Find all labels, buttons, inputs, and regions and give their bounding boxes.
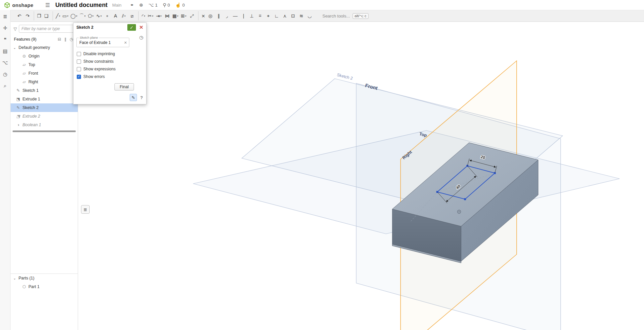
midpoint-constraint[interactable]: ⌖ (264, 11, 273, 20)
chevron-down-icon: ▾ (177, 15, 178, 18)
list-icon: ≣ (84, 207, 87, 212)
followers-button[interactable]: ⚲ 0 (163, 2, 170, 8)
branches-button[interactable]: ⌥ 1 (149, 2, 157, 8)
feature-label: Extrude 2 (22, 114, 40, 119)
main-menu-icon[interactable]: ☰ (45, 2, 50, 8)
sketch-toolbar: ↶ ↷ ❐ ❏ ╱ ▾ ▭ ▾ ◯ ▾ ⌒ ▾ (11, 10, 644, 22)
arc-tool[interactable]: ⌒ ▾ (78, 11, 87, 20)
checkbox[interactable] (77, 52, 81, 56)
cancel-button[interactable]: ✕ (138, 24, 144, 30)
help-button[interactable]: ? (140, 95, 143, 100)
onshape-logo-text: onshape (12, 2, 33, 8)
disable-imprinting-checkbox[interactable]: Disable imprinting (77, 52, 143, 56)
pattern-tool[interactable]: ▦ ▾ (171, 11, 180, 20)
share-link-button[interactable]: ⚭ (130, 2, 134, 8)
accept-button[interactable]: ✓ (127, 24, 136, 31)
sketch-dialog-header[interactable]: Sketch 2 ✓ ✕ (73, 23, 146, 32)
filter-input[interactable] (19, 25, 75, 33)
horizontal-constraint[interactable]: — (231, 11, 239, 20)
show-constraints-checkbox[interactable]: Show constraints (77, 59, 143, 64)
final-button[interactable]: Final (114, 83, 134, 91)
tool-icon: ❐ (37, 14, 41, 18)
tangent-constraint[interactable]: ◞ (223, 11, 231, 20)
polygon-tool[interactable]: ⬠ ▾ (87, 11, 95, 20)
feature-list-flyout-button[interactable]: ≣ (81, 205, 90, 214)
feature-history-button[interactable]: ◷ (139, 35, 143, 40)
filter-funnel-icon: ▽ (14, 26, 17, 31)
spline-tool[interactable]: ∿ ▾ (95, 11, 103, 20)
checkbox[interactable] (77, 59, 81, 64)
coincident-constraint[interactable]: ⨯ (198, 11, 206, 20)
feature-label: Right (28, 80, 38, 84)
parallel-constraint[interactable]: ∥ (215, 11, 223, 20)
tool-icon: ⊞ (181, 14, 185, 18)
fillet-tool[interactable]: ◜ ▾ (138, 11, 147, 20)
normal-constraint[interactable]: ∟ (273, 11, 281, 20)
onshape-logo[interactable]: onshape (4, 2, 33, 8)
public-visibility-button[interactable]: ⊕ (139, 2, 143, 8)
insert-rail-icon[interactable]: ✛ (1, 24, 9, 32)
workspace-label[interactable]: Main (112, 3, 121, 8)
search-tools-button[interactable]: Search tools... alt/⌥ c (322, 13, 368, 19)
parts-header[interactable]: ⌄ Parts (1) (11, 274, 78, 282)
trim-tool[interactable]: ✂ ▾ (147, 11, 155, 20)
rectangle-tool[interactable]: ▭ ▾ (61, 11, 69, 20)
history-rail-icon[interactable]: ◷ (1, 70, 9, 78)
copy-button[interactable]: ❐ (34, 11, 42, 20)
feature-history-icon[interactable]: ◷ (70, 37, 73, 42)
curvature-constraint[interactable]: ≋ (297, 11, 306, 20)
checkbox[interactable]: ✓ (77, 75, 81, 79)
mirror-tool[interactable]: ⋈ (163, 11, 171, 20)
feature-item-default-geometry[interactable]: ⌄ Default geometry (11, 43, 78, 52)
part-item-1[interactable]: ⬡ Part 1 (11, 282, 78, 291)
table-tool[interactable]: ⊞ ▾ (180, 11, 188, 20)
feature-item-boolean-1[interactable]: ◑ Boolean 1 (11, 121, 78, 129)
notes-rail-icon[interactable]: ▤ (1, 47, 9, 55)
point-tool[interactable]: ∘ (103, 11, 111, 20)
paste-button[interactable]: ❏ (42, 11, 51, 20)
undo-button[interactable]: ↶ (15, 11, 23, 20)
symmetry-constraint[interactable]: ⋏ (281, 11, 289, 20)
perpendicular-constraint[interactable]: ⊥ (248, 11, 256, 20)
line-tool[interactable]: ╱ ▾ (53, 11, 61, 20)
insert-feature-icon[interactable]: ⊟ (58, 37, 61, 42)
transform-tool[interactable]: ⤢ (188, 11, 196, 20)
search-rail-icon[interactable]: ⌕ (1, 82, 9, 90)
circle-tool[interactable]: ◯ ▾ (69, 11, 78, 20)
text-tool[interactable]: A (111, 11, 120, 20)
tool-icon: ⋈ (165, 14, 169, 18)
feature-list-rail-icon[interactable]: ≣ (1, 13, 9, 20)
feature-item-extrude-1[interactable]: ⬔ Extrude 1 (11, 95, 78, 103)
checkbox[interactable] (77, 67, 81, 71)
construction-tool[interactable]: ⫽ ▾ (120, 11, 128, 20)
feature-item-front[interactable]: ▱ Front (11, 69, 78, 78)
sketch-plane-field[interactable]: Sketch plane Face of Extrude 1 ✕ (76, 38, 129, 47)
comments-rail-icon[interactable]: ❝ (1, 36, 9, 44)
versions-rail-icon[interactable]: ⌥ (1, 59, 9, 67)
redo-button[interactable]: ↷ (23, 11, 32, 20)
feature-item-origin[interactable]: ⊙ Origin (11, 52, 78, 60)
fix-constraint[interactable]: ⊡ (289, 11, 297, 20)
offset-tool[interactable]: ⇥ ▾ (155, 11, 163, 20)
feature-item-right[interactable]: ▱ Right (11, 78, 78, 86)
search-tools-label: Search tools... (322, 14, 350, 18)
edit-sketch-button[interactable]: ✎ (130, 94, 137, 101)
feature-item-top[interactable]: ▱ Top (11, 60, 78, 69)
show-errors-checkbox[interactable]: ✓ Show errors (77, 74, 143, 79)
pierce-constraint[interactable]: ◡ (306, 11, 314, 20)
likes-button[interactable]: ☝ 0 (175, 2, 185, 8)
feature-item-sketch-2[interactable]: ✎ Sketch 2 (11, 103, 78, 112)
vertical-constraint[interactable]: | (239, 11, 248, 20)
tool-icon: ❏ (44, 14, 49, 18)
rollback-icon[interactable]: ∥ (64, 37, 66, 42)
tool-icon: ↶ (18, 14, 21, 18)
show-expressions-checkbox[interactable]: Show expressions (77, 67, 143, 71)
equal-constraint[interactable]: = (256, 11, 264, 20)
chevron-down-icon: ▾ (92, 15, 94, 18)
feature-item-sketch-1[interactable]: ✎ Sketch 1 (11, 86, 78, 95)
use-project-tool[interactable]: ⧄ (128, 11, 136, 20)
concentric-constraint[interactable]: ◎ (206, 11, 215, 20)
clear-selection-button[interactable]: ✕ (124, 41, 127, 45)
document-title[interactable]: Untitled document (55, 2, 107, 9)
feature-item-extrude-2[interactable]: ⬔ Extrude 2 (11, 112, 78, 121)
